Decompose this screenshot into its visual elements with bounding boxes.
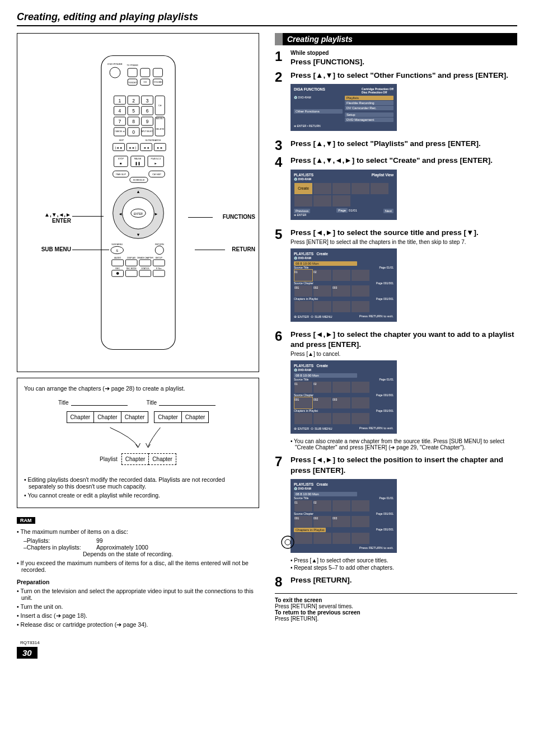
svg-text:2: 2 [132,98,135,104]
svg-text:0: 0 [132,129,135,135]
step6-note: • You can also create a new chapter from… [291,438,517,450]
ram-exceed-note: • If you exceed the maximum numbers of i… [17,560,259,573]
svg-text:3: 3 [146,98,148,104]
svg-text:7: 7 [118,119,121,124]
svg-text:►►|: ►►| [129,146,136,149]
svg-point-98 [285,539,291,545]
svg-text:DELETE: DELETE [156,128,164,130]
svg-text:CM SKIP: CM SKIP [152,173,161,176]
step-number: 2 [275,71,291,135]
svg-text:▲: ▲ [136,189,140,194]
step-number: 3 [275,139,291,152]
playlist-chapter-cell: Chapter [148,453,176,465]
callout-circle-icon [280,535,295,550]
playlists-count-label: –Playlists: [24,537,96,544]
step-4: 4 Press [▲,▼,◄,►] to select "Create" and… [275,156,517,224]
svg-text:TV POWER: TV POWER [127,64,138,67]
svg-text:SLOW/SEARCH: SLOW/SEARCH [145,139,161,142]
chapter-cell: Chapter [93,411,121,423]
chapter-cell: Chapter [121,411,149,423]
svg-text:|◄◄: |◄◄ [115,146,122,149]
chapter-cell: Chapter [154,411,182,423]
prep-1: • Turn on the television and select the … [17,588,259,601]
svg-text:CH: CH [143,81,147,83]
playlist-label: Playlist [100,456,118,462]
svg-text:SUB MENU: SUB MENU [111,243,123,246]
remote-diagram: ▲,▼,◄,► ENTER SUB MENU FUNCTIONS RETURN … [17,33,259,372]
diagram-intro: You can arrange the chapters (➔ page 28)… [24,385,252,392]
osd-create-chapter: PLAYLISTS Create💿 DVD-RAM 08 8 10:00 Mon… [291,360,397,434]
svg-text:STATUS: STATUS [141,267,149,270]
step-7: 7 Press [◄,►] to select the position to … [275,455,517,571]
step-5: 5 Press [◄,►] to select the source title… [275,228,517,326]
svg-text:5: 5 [132,108,135,114]
chapters-count-note: Depends on the state of recording. [17,551,259,557]
playlist-chapter-cell: Chapter [121,453,149,465]
diagram-note-1: • Editing playlists doesn't modify the r… [24,476,252,490]
svg-text:►: ► [154,212,158,217]
prep-4: • Release disc or cartridge protection (… [17,621,259,628]
remote-control-graphic: DVD POWER TV POWER TV/VIDEO CH VOLUME 12… [91,49,186,356]
diagram-arrows [24,426,252,449]
svg-text:REC MODE: REC MODE [126,267,137,270]
prep-3: • Insert a disc (➔ page 18). [17,612,259,619]
svg-text:REC: REC [115,267,120,270]
svg-text:6: 6 [146,108,148,114]
svg-text:PLAY/x1.3: PLAY/x1.3 [151,158,161,160]
step-number: 8 [275,575,291,589]
step7-note-2: • Repeat steps 5–7 to add other chapters… [291,565,517,571]
chapter-playlist-diagram: You can arrange the chapters (➔ page 28)… [17,378,259,508]
svg-text:F Rec: F Rec [156,267,161,270]
page-number: 30 [17,647,38,659]
svg-text:TV/VIDEO: TV/VIDEO [128,82,137,84]
osd-functions-menu: DIGA FUNCTIONSCartridge Protection OffDi… [291,84,397,131]
osd-create-source: PLAYLISTS Create💿 DVD-RAM 08 8 10:00 Mon… [291,248,397,322]
svg-text:ADD/DLT: ADD/DLT [156,118,163,120]
svg-text:CH: CH [158,105,161,107]
svg-text:INPUT SELECT: INPUT SELECT [141,130,153,133]
svg-text:❚❚: ❚❚ [135,162,140,166]
chapter-cell: Chapter [67,411,95,423]
svg-text:9: 9 [146,119,148,124]
svg-text:SKIP: SKIP [119,139,124,142]
svg-text:DISPLAY: DISPLAY [127,257,135,259]
page-title: Creating, editing and playing playlists [17,11,517,26]
svg-text:4: 4 [118,108,121,114]
step-number: 4 [275,156,291,224]
step-2: 2 Press [▲,▼] to select "Other Functions… [275,71,517,135]
svg-text:CREATE CHAPTER: CREATE CHAPTER [137,257,153,259]
svg-text:►: ► [154,162,157,165]
svg-text:ENTER: ENTER [134,213,143,215]
playlists-count-value: 99 [96,537,103,544]
chapter-cell: Chapter [181,411,209,423]
label-submenu: SUB MENU [21,246,71,252]
svg-point-97 [282,536,294,548]
svg-text:S: S [116,249,118,252]
exit-instructions: To exit the screen Press [RETURN] severa… [275,593,517,622]
chapters-count-label: –Chapters in playlists: [24,544,96,551]
step-1: 1 While stopped Press [FUNCTIONS]. [275,50,517,67]
step-number: 1 [275,50,291,67]
doc-code: RQT8314 [20,640,40,645]
label-return: RETURN [232,246,255,252]
ram-badge: RAM [17,517,35,524]
prep-2: • Turn the unit on. [17,603,259,610]
svg-text:◄: ◄ [118,212,122,217]
label-functions: FUNCTIONS [223,214,255,220]
step-8: 8 Press [RETURN]. [275,575,517,589]
svg-text:RETURN: RETURN [154,243,163,246]
step-number: 6 [275,330,291,452]
step-3: 3 Press [▲,▼] to select "Playlists" and … [275,139,517,152]
diagram-note-2: • You cannot create or edit a playlist w… [24,492,252,499]
svg-text:DVD POWER: DVD POWER [107,63,122,65]
step-number: 7 [275,455,291,571]
svg-text:AUDIO: AUDIO [114,257,121,259]
step7-note-1: • Press [▲] to select other source title… [291,557,517,564]
svg-text:PAUSE: PAUSE [134,158,141,160]
svg-text:1: 1 [118,98,121,104]
svg-text:CANCEL ✱: CANCEL ✱ [115,130,124,133]
svg-text:SCHEDULE: SCHEDULE [133,179,144,181]
section-heading: Creating playlists [275,33,517,45]
svg-text:►►: ►► [157,146,163,149]
preparation-heading: Preparation [17,579,259,585]
